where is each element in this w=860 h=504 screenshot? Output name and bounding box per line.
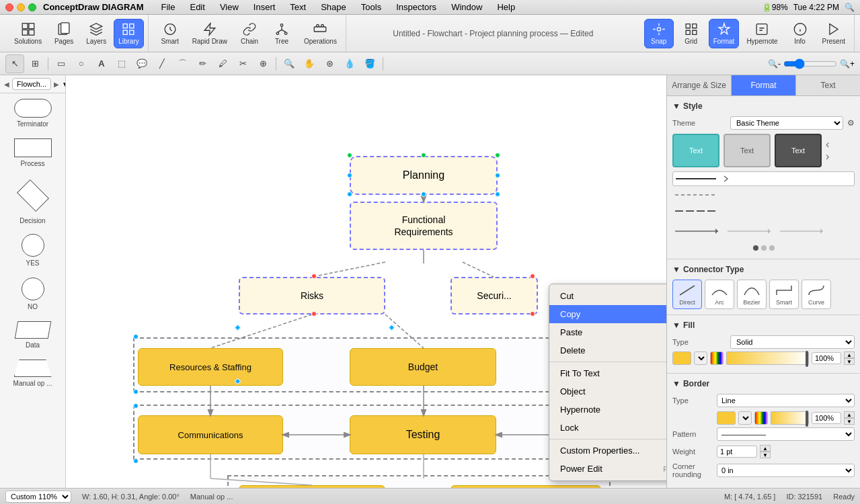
rp-theme-gear[interactable]: ⚙ xyxy=(847,118,855,128)
rp-tab-format[interactable]: Format xyxy=(732,75,796,95)
rp-style-header[interactable]: ▼ Style xyxy=(672,101,855,111)
nav-next[interactable]: ▶ xyxy=(52,79,61,89)
maximize-button[interactable] xyxy=(28,3,36,11)
chain-button[interactable]: Chain xyxy=(235,19,264,48)
ctx-delete[interactable]: Delete xyxy=(549,341,666,360)
ctx-fit-to-text[interactable]: Fit To Text xyxy=(549,364,666,382)
minimize-button[interactable] xyxy=(17,3,25,11)
ctx-cut[interactable]: Cut xyxy=(549,287,666,305)
rp-border-header[interactable]: ▼ Border xyxy=(672,379,855,388)
rp-border-weight-input[interactable] xyxy=(717,446,757,458)
flowchart-tab[interactable]: Flowch... xyxy=(12,78,51,90)
zoom-in-icon[interactable]: 🔍+ xyxy=(840,59,855,69)
menu-inspectors[interactable]: Inspectors xyxy=(393,1,439,13)
zoom-out-tool[interactable]: 🔍 xyxy=(280,54,299,73)
menu-shape[interactable]: Shape xyxy=(318,1,349,13)
rp-border-color-select[interactable]: ▼ xyxy=(738,411,752,425)
rp-connector-header[interactable]: ▼ Connector Type xyxy=(672,265,855,274)
func-req-node[interactable]: FunctionalRequirements xyxy=(350,202,498,250)
conn-type-curve[interactable]: Curve xyxy=(802,280,831,309)
menu-view[interactable]: View xyxy=(217,1,241,13)
shape-item-manual-op[interactable]: Manual op ... xyxy=(0,354,65,392)
conn-type-smart[interactable]: Smart xyxy=(769,280,799,309)
rp-style-prev-1[interactable]: Text xyxy=(672,134,719,167)
risks-node[interactable]: Risks xyxy=(239,277,385,314)
conn-type-direct[interactable]: Direct xyxy=(672,280,702,309)
menu-text[interactable]: Text xyxy=(287,1,309,13)
layers-button[interactable]: Layers xyxy=(81,19,111,48)
security-node[interactable]: Securi... xyxy=(451,277,538,314)
grid-button[interactable]: Grid xyxy=(676,19,706,48)
rp-border-corner-select[interactable]: 0 in xyxy=(717,464,855,477)
rp-border-type-select[interactable]: Line xyxy=(717,394,855,407)
rp-fill-type-select[interactable]: Solid xyxy=(730,335,855,349)
rp-fill-gradient-bar[interactable] xyxy=(726,351,809,365)
rp-theme-select[interactable]: Basic Theme xyxy=(730,116,843,130)
rp-border-step-up[interactable]: ▲ xyxy=(844,411,855,418)
scorecard-node[interactable]: Project Scorecard xyxy=(451,485,601,488)
canvas[interactable]: Planning FunctionalRequirements Risks Se… xyxy=(66,75,666,488)
shape-item-terminator[interactable]: Terminator xyxy=(0,93,65,133)
smart-button[interactable]: Smart xyxy=(155,19,185,48)
pli-node[interactable]: Project LevelIndicators xyxy=(239,485,385,488)
menu-window[interactable]: Window xyxy=(448,1,485,13)
rp-border-weight-up[interactable]: ▲ xyxy=(760,445,771,452)
comms-node[interactable]: Communications xyxy=(138,415,283,454)
rp-line-style-2[interactable] xyxy=(672,187,855,202)
rp-border-gradient-handle[interactable] xyxy=(806,411,808,427)
rect-tool[interactable]: ▭ xyxy=(52,54,71,73)
rp-style-next-arrow[interactable]: › xyxy=(826,151,829,163)
rp-border-pattern-select[interactable]: —————— xyxy=(717,427,855,441)
rp-fill-rainbow[interactable] xyxy=(710,351,724,365)
scissors-tool[interactable]: ✂ xyxy=(233,54,252,73)
stamp-tool[interactable]: ⊕ xyxy=(253,54,272,73)
planning-node[interactable]: Planning xyxy=(350,156,498,195)
library-button[interactable]: Library xyxy=(114,19,144,48)
snap-button[interactable]: Snap xyxy=(644,19,674,48)
rp-tab-text[interactable]: Text xyxy=(796,75,860,95)
ctx-hypernote[interactable]: Hypernote xyxy=(549,401,666,419)
rp-fill-color-swatch[interactable] xyxy=(672,351,691,365)
menu-tools[interactable]: Tools xyxy=(358,1,384,13)
rp-fill-color-select[interactable]: ▼ xyxy=(694,351,707,365)
solutions-button[interactable]: Solutions xyxy=(9,19,46,48)
ctx-copy[interactable]: Copy xyxy=(549,305,666,323)
tree-button[interactable]: Tree xyxy=(267,19,297,48)
pages-button[interactable]: Pages xyxy=(49,19,79,48)
menu-file[interactable]: File xyxy=(159,1,178,13)
testing-node[interactable]: Testing xyxy=(350,415,496,454)
callout-tool[interactable]: 💬 xyxy=(132,54,151,73)
info-button[interactable]: Info xyxy=(785,19,815,48)
ctx-paste[interactable]: Paste xyxy=(549,323,666,341)
ctx-object[interactable]: Object ▶ xyxy=(549,382,666,401)
rp-fill-header[interactable]: ▼ Fill xyxy=(672,321,855,330)
resize-tool[interactable]: ⊞ xyxy=(26,54,44,73)
connector-tool[interactable]: ⌒ xyxy=(173,54,192,73)
shape-item-yes[interactable]: YES xyxy=(0,228,65,272)
close-button[interactable] xyxy=(5,3,13,11)
line-tool[interactable]: ╱ xyxy=(153,54,171,73)
select-tool[interactable]: ↖ xyxy=(5,54,24,73)
menu-edit[interactable]: Edit xyxy=(187,1,207,13)
rp-border-opacity-input[interactable] xyxy=(812,412,841,424)
rp-line-style-1[interactable] xyxy=(672,171,855,186)
present-button[interactable]: Present xyxy=(818,19,850,48)
zoom-out-icon[interactable]: 🔍- xyxy=(768,59,781,69)
rp-style-prev-3[interactable]: Text xyxy=(775,134,822,167)
rp-fill-step-down[interactable]: ▼ xyxy=(844,358,855,365)
resources-node[interactable]: Resources & Staffing xyxy=(138,348,283,386)
conn-type-bezier[interactable]: Bezier xyxy=(737,280,767,309)
menu-help[interactable]: Help xyxy=(494,1,518,13)
nav-prev[interactable]: ◀ xyxy=(3,79,11,89)
rp-style-prev-2[interactable]: Text xyxy=(724,134,771,167)
shape-item-process[interactable]: Process xyxy=(0,133,65,173)
hand-tool[interactable]: ✋ xyxy=(300,54,319,73)
pencil-tool[interactable]: ✏ xyxy=(193,54,212,73)
rp-style-prev-arrow[interactable]: ‹ xyxy=(826,138,829,151)
rapid-draw-button[interactable]: Rapid Draw xyxy=(188,19,232,48)
connect-tool[interactable]: ⊛ xyxy=(320,54,339,73)
menu-insert[interactable]: Insert xyxy=(251,1,278,13)
text-tool[interactable]: A xyxy=(92,54,111,73)
rp-border-weight-down[interactable]: ▼ xyxy=(760,452,771,458)
format-button[interactable]: Format xyxy=(709,19,740,48)
